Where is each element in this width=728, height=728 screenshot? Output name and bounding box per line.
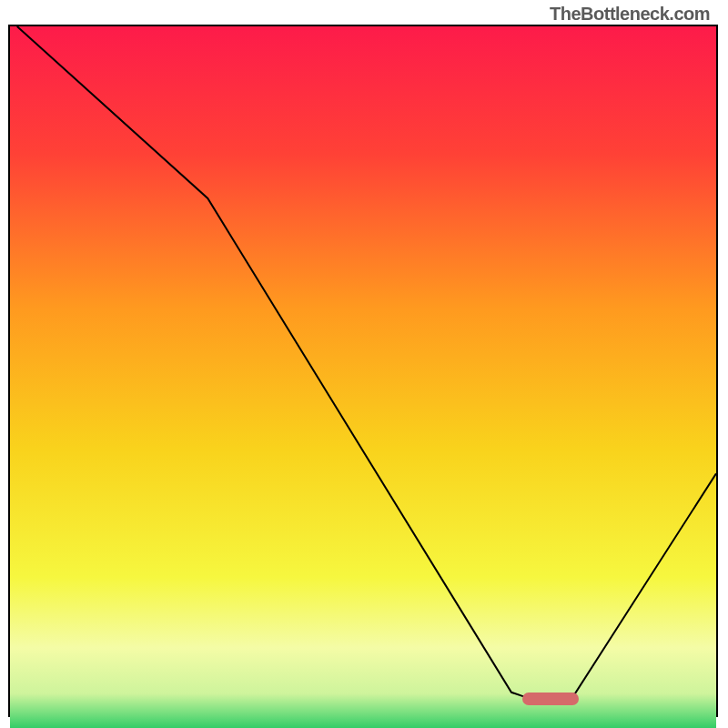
watermark-text: TheBottleneck.com xyxy=(550,4,710,25)
chart-frame xyxy=(8,25,718,717)
plot-area xyxy=(10,26,716,714)
background-gradient xyxy=(10,26,716,728)
svg-rect-0 xyxy=(10,26,716,728)
optimal-marker xyxy=(522,693,579,705)
